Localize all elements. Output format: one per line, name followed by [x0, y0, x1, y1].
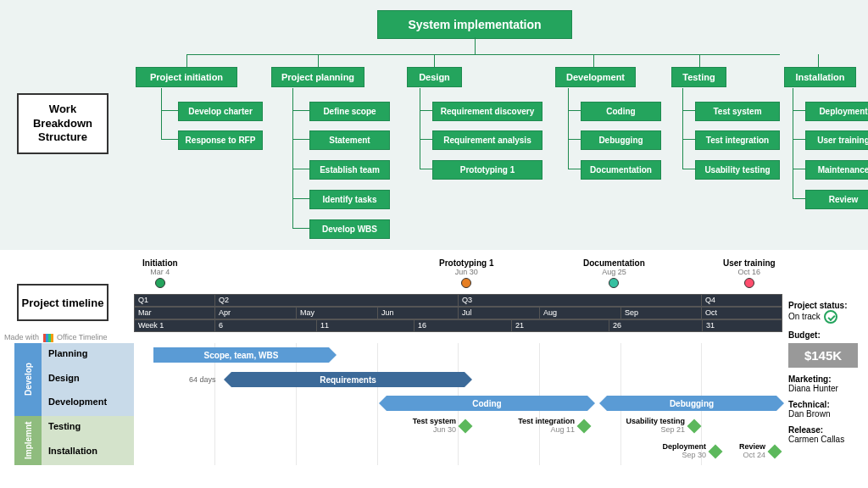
marketing-value: Diana Hunter: [788, 384, 863, 393]
gantt-group-implement: Implemnt: [14, 416, 42, 465]
wbs-item: Debugging: [581, 130, 661, 150]
budget-value: $145K: [788, 343, 858, 368]
wbs-phase: Testing: [671, 67, 726, 87]
wbs-item: Review: [805, 190, 868, 209]
made-with-label: Made with Office Timeline: [4, 333, 107, 342]
wbs-item: Deployment: [805, 102, 868, 121]
wbs-item: Test system: [695, 102, 780, 121]
wbs-item: Identify tasks: [309, 190, 390, 209]
wbs-item: Test integration: [695, 130, 780, 150]
wbs-item: User training: [805, 130, 868, 150]
gantt-row-label: Planning: [42, 343, 134, 368]
wbs-section-title: Work Breakdown Structure: [17, 93, 108, 154]
wbs-root: System implementation: [377, 10, 572, 39]
wbs-item: Establish team: [309, 160, 390, 180]
wbs-item: Usability testing: [695, 160, 780, 180]
gantt-duration: 64 days: [189, 375, 216, 384]
wbs-phase: Development: [555, 67, 636, 87]
gantt-row-label: Installation: [42, 441, 134, 465]
milestone: Prototyping 1Jun 30: [439, 258, 493, 288]
gantt-group-develop: Develop: [14, 343, 42, 416]
wbs-item: Statement: [309, 130, 390, 150]
timeline-months-row: Mar Apr May Jun Jul Aug Sep Oct: [134, 307, 782, 319]
wbs-item: Define scope: [309, 102, 390, 121]
gantt-row-label: Design: [42, 368, 134, 391]
wbs-phase: Project planning: [271, 67, 364, 87]
wbs-phase: Project initiation: [136, 67, 237, 87]
wbs-phase: Installation: [784, 67, 856, 87]
release-label: Release:: [788, 425, 863, 435]
status-value: On track: [788, 312, 821, 321]
timeline-quarters-row: Q1 Q2 Q3 Q4: [134, 294, 782, 307]
wbs-item: Response to RFP: [178, 130, 263, 150]
release-value: Carmen Callas: [788, 435, 863, 444]
side-panel: Project status: On track Budget: $145K M…: [788, 294, 863, 444]
gantt-grid: Scope, team, WBS 64 days Requirements Co…: [134, 343, 782, 465]
timeline-section-title: Project timeline: [17, 284, 108, 321]
office-timeline-icon: [43, 334, 53, 342]
wbs-item: Coding: [581, 102, 661, 121]
milestone: DocumentationAug 25: [583, 258, 645, 288]
wbs-item: Documentation: [581, 160, 661, 180]
gantt-milestone-icon: [709, 445, 723, 459]
gantt-milestone-icon: [687, 419, 702, 434]
wbs-item: Maintenance: [805, 160, 868, 180]
timeline-section: Project timeline Made with Office Timeli…: [0, 250, 868, 488]
budget-label: Budget:: [788, 330, 863, 340]
timeline-weeks-row: Week 1 6 11 16 21 26 31: [134, 319, 782, 332]
wbs-item: Develop WBS: [309, 219, 390, 239]
gantt-milestone-icon: [577, 419, 592, 434]
gantt-milestone-icon: [768, 445, 782, 459]
technical-label: Technical:: [788, 400, 863, 409]
gantt-bar: Requirements: [231, 372, 465, 387]
wbs-item: Requirement discovery: [432, 102, 542, 121]
gantt-milestone-icon: [459, 419, 473, 434]
gantt-bar: Debugging: [607, 396, 776, 411]
wbs-section: Work Breakdown Structure System implemen…: [0, 0, 868, 250]
wbs-item: Develop charter: [178, 102, 263, 121]
technical-value: Dan Brown: [788, 409, 863, 419]
check-circle-icon: [824, 310, 837, 324]
gantt-bar: Scope, team, WBS: [153, 347, 329, 363]
wbs-phase: Design: [407, 67, 462, 87]
gantt-bar: Coding: [387, 396, 587, 411]
gantt-row-label: Development: [42, 391, 134, 416]
wbs-item: Requirement analysis: [432, 130, 542, 150]
gantt-row-label: Testing: [42, 416, 134, 441]
marketing-label: Marketing:: [788, 374, 863, 384]
status-label: Project status:: [788, 301, 863, 310]
wbs-item: Prototyping 1: [432, 160, 542, 180]
milestone: InitiationMar 4: [142, 258, 178, 288]
milestone: User trainingOct 16: [723, 258, 776, 288]
